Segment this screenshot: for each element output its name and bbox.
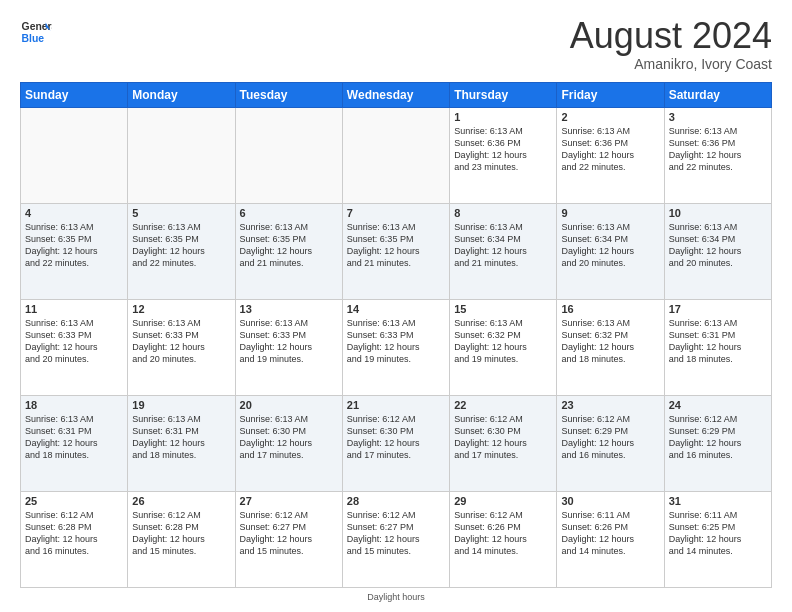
day-number: 12	[132, 303, 230, 315]
day-header-wednesday: Wednesday	[342, 82, 449, 107]
day-info: Sunrise: 6:13 AM Sunset: 6:33 PM Dayligh…	[25, 317, 123, 366]
day-number: 3	[669, 111, 767, 123]
day-info: Sunrise: 6:13 AM Sunset: 6:35 PM Dayligh…	[132, 221, 230, 270]
day-info: Sunrise: 6:12 AM Sunset: 6:28 PM Dayligh…	[132, 509, 230, 558]
day-info: Sunrise: 6:13 AM Sunset: 6:31 PM Dayligh…	[669, 317, 767, 366]
calendar-cell: 11Sunrise: 6:13 AM Sunset: 6:33 PM Dayli…	[21, 299, 128, 395]
day-info: Sunrise: 6:13 AM Sunset: 6:33 PM Dayligh…	[132, 317, 230, 366]
calendar-cell: 6Sunrise: 6:13 AM Sunset: 6:35 PM Daylig…	[235, 203, 342, 299]
calendar-cell	[342, 107, 449, 203]
calendar-cell: 13Sunrise: 6:13 AM Sunset: 6:33 PM Dayli…	[235, 299, 342, 395]
day-header-monday: Monday	[128, 82, 235, 107]
day-info: Sunrise: 6:12 AM Sunset: 6:29 PM Dayligh…	[669, 413, 767, 462]
day-number: 1	[454, 111, 552, 123]
day-number: 28	[347, 495, 445, 507]
calendar-cell: 28Sunrise: 6:12 AM Sunset: 6:27 PM Dayli…	[342, 491, 449, 587]
svg-text:Blue: Blue	[22, 33, 45, 44]
header: General Blue August 2024 Amanikro, Ivory…	[20, 16, 772, 72]
subtitle: Amanikro, Ivory Coast	[570, 56, 772, 72]
day-number: 20	[240, 399, 338, 411]
calendar-cell: 23Sunrise: 6:12 AM Sunset: 6:29 PM Dayli…	[557, 395, 664, 491]
day-info: Sunrise: 6:12 AM Sunset: 6:30 PM Dayligh…	[347, 413, 445, 462]
calendar-cell: 21Sunrise: 6:12 AM Sunset: 6:30 PM Dayli…	[342, 395, 449, 491]
calendar-cell	[21, 107, 128, 203]
month-title: August 2024	[570, 16, 772, 56]
calendar-cell: 16Sunrise: 6:13 AM Sunset: 6:32 PM Dayli…	[557, 299, 664, 395]
day-number: 13	[240, 303, 338, 315]
day-info: Sunrise: 6:12 AM Sunset: 6:27 PM Dayligh…	[240, 509, 338, 558]
calendar-cell: 1Sunrise: 6:13 AM Sunset: 6:36 PM Daylig…	[450, 107, 557, 203]
calendar-cell: 15Sunrise: 6:13 AM Sunset: 6:32 PM Dayli…	[450, 299, 557, 395]
day-number: 24	[669, 399, 767, 411]
calendar-cell: 9Sunrise: 6:13 AM Sunset: 6:34 PM Daylig…	[557, 203, 664, 299]
calendar-cell: 5Sunrise: 6:13 AM Sunset: 6:35 PM Daylig…	[128, 203, 235, 299]
calendar-cell: 12Sunrise: 6:13 AM Sunset: 6:33 PM Dayli…	[128, 299, 235, 395]
day-number: 15	[454, 303, 552, 315]
day-number: 16	[561, 303, 659, 315]
day-info: Sunrise: 6:13 AM Sunset: 6:35 PM Dayligh…	[25, 221, 123, 270]
calendar-cell: 27Sunrise: 6:12 AM Sunset: 6:27 PM Dayli…	[235, 491, 342, 587]
day-header-saturday: Saturday	[664, 82, 771, 107]
day-header-friday: Friday	[557, 82, 664, 107]
title-block: August 2024 Amanikro, Ivory Coast	[570, 16, 772, 72]
day-number: 6	[240, 207, 338, 219]
day-number: 23	[561, 399, 659, 411]
calendar: SundayMondayTuesdayWednesdayThursdayFrid…	[20, 82, 772, 588]
day-info: Sunrise: 6:13 AM Sunset: 6:34 PM Dayligh…	[561, 221, 659, 270]
day-number: 4	[25, 207, 123, 219]
calendar-cell: 2Sunrise: 6:13 AM Sunset: 6:36 PM Daylig…	[557, 107, 664, 203]
day-number: 26	[132, 495, 230, 507]
calendar-cell: 3Sunrise: 6:13 AM Sunset: 6:36 PM Daylig…	[664, 107, 771, 203]
day-header-sunday: Sunday	[21, 82, 128, 107]
day-info: Sunrise: 6:13 AM Sunset: 6:35 PM Dayligh…	[240, 221, 338, 270]
day-number: 2	[561, 111, 659, 123]
calendar-cell: 25Sunrise: 6:12 AM Sunset: 6:28 PM Dayli…	[21, 491, 128, 587]
calendar-cell	[128, 107, 235, 203]
day-info: Sunrise: 6:13 AM Sunset: 6:32 PM Dayligh…	[454, 317, 552, 366]
day-header-tuesday: Tuesday	[235, 82, 342, 107]
calendar-cell: 4Sunrise: 6:13 AM Sunset: 6:35 PM Daylig…	[21, 203, 128, 299]
day-info: Sunrise: 6:12 AM Sunset: 6:28 PM Dayligh…	[25, 509, 123, 558]
day-info: Sunrise: 6:13 AM Sunset: 6:36 PM Dayligh…	[561, 125, 659, 174]
day-info: Sunrise: 6:13 AM Sunset: 6:34 PM Dayligh…	[669, 221, 767, 270]
page: General Blue August 2024 Amanikro, Ivory…	[0, 0, 792, 612]
calendar-cell: 29Sunrise: 6:12 AM Sunset: 6:26 PM Dayli…	[450, 491, 557, 587]
day-info: Sunrise: 6:11 AM Sunset: 6:25 PM Dayligh…	[669, 509, 767, 558]
day-info: Sunrise: 6:12 AM Sunset: 6:29 PM Dayligh…	[561, 413, 659, 462]
calendar-cell: 26Sunrise: 6:12 AM Sunset: 6:28 PM Dayli…	[128, 491, 235, 587]
calendar-cell: 18Sunrise: 6:13 AM Sunset: 6:31 PM Dayli…	[21, 395, 128, 491]
calendar-cell: 17Sunrise: 6:13 AM Sunset: 6:31 PM Dayli…	[664, 299, 771, 395]
day-info: Sunrise: 6:13 AM Sunset: 6:33 PM Dayligh…	[240, 317, 338, 366]
logo-icon: General Blue	[20, 16, 52, 48]
day-number: 27	[240, 495, 338, 507]
day-number: 19	[132, 399, 230, 411]
day-number: 31	[669, 495, 767, 507]
calendar-cell: 19Sunrise: 6:13 AM Sunset: 6:31 PM Dayli…	[128, 395, 235, 491]
day-info: Sunrise: 6:13 AM Sunset: 6:31 PM Dayligh…	[25, 413, 123, 462]
day-info: Sunrise: 6:13 AM Sunset: 6:30 PM Dayligh…	[240, 413, 338, 462]
day-info: Sunrise: 6:13 AM Sunset: 6:33 PM Dayligh…	[347, 317, 445, 366]
day-header-thursday: Thursday	[450, 82, 557, 107]
day-info: Sunrise: 6:13 AM Sunset: 6:35 PM Dayligh…	[347, 221, 445, 270]
day-number: 10	[669, 207, 767, 219]
calendar-cell: 14Sunrise: 6:13 AM Sunset: 6:33 PM Dayli…	[342, 299, 449, 395]
calendar-cell	[235, 107, 342, 203]
day-number: 25	[25, 495, 123, 507]
calendar-cell: 30Sunrise: 6:11 AM Sunset: 6:26 PM Dayli…	[557, 491, 664, 587]
day-info: Sunrise: 6:13 AM Sunset: 6:31 PM Dayligh…	[132, 413, 230, 462]
calendar-cell: 22Sunrise: 6:12 AM Sunset: 6:30 PM Dayli…	[450, 395, 557, 491]
calendar-cell: 8Sunrise: 6:13 AM Sunset: 6:34 PM Daylig…	[450, 203, 557, 299]
day-info: Sunrise: 6:13 AM Sunset: 6:34 PM Dayligh…	[454, 221, 552, 270]
day-info: Sunrise: 6:13 AM Sunset: 6:36 PM Dayligh…	[669, 125, 767, 174]
day-number: 5	[132, 207, 230, 219]
day-number: 7	[347, 207, 445, 219]
day-number: 21	[347, 399, 445, 411]
calendar-cell: 24Sunrise: 6:12 AM Sunset: 6:29 PM Dayli…	[664, 395, 771, 491]
footer: Daylight hours	[20, 592, 772, 602]
day-number: 14	[347, 303, 445, 315]
day-info: Sunrise: 6:13 AM Sunset: 6:36 PM Dayligh…	[454, 125, 552, 174]
day-number: 17	[669, 303, 767, 315]
calendar-cell: 10Sunrise: 6:13 AM Sunset: 6:34 PM Dayli…	[664, 203, 771, 299]
day-number: 9	[561, 207, 659, 219]
day-info: Sunrise: 6:12 AM Sunset: 6:27 PM Dayligh…	[347, 509, 445, 558]
